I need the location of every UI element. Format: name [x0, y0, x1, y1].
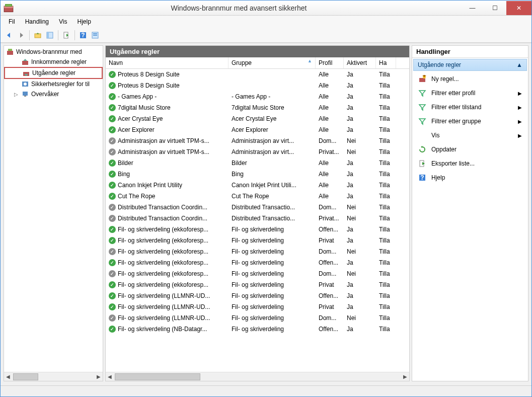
folder-up-button[interactable] — [32, 30, 43, 41]
properties-button[interactable] — [90, 30, 101, 41]
rule-name: Acer Crystal Eye — [118, 115, 163, 122]
table-row[interactable]: Fil- og skriverdeling (ekkoforesp...Fil-… — [106, 257, 409, 268]
table-row[interactable]: 7digital Music Store7digital Music Store… — [106, 102, 409, 113]
table-row[interactable]: Acer ExplorerAcer ExplorerAlleJaTilla — [106, 124, 409, 135]
rule-group: Distributed Transactio... — [229, 203, 316, 212]
table-row[interactable]: Fil- og skriverdeling (ekkoforesp...Fil-… — [106, 235, 409, 246]
table-row[interactable]: Administrasjon av virtuelt TPM-s...Admin… — [106, 135, 409, 146]
scroll-right-button[interactable]: ▶ — [95, 373, 103, 381]
menu-hjelp[interactable]: Hjelp — [73, 17, 95, 26]
table-row[interactable]: Distributed Transaction Coordin...Distri… — [106, 202, 409, 213]
rule-group — [229, 73, 316, 75]
action-item[interactable]: ?Hjelp — [412, 171, 528, 185]
window-title: Windows-brannmur med avansert sikkerhet — [17, 4, 461, 12]
col-action[interactable]: Ha — [376, 57, 396, 68]
rule-action: Tilla — [376, 103, 396, 112]
action-item[interactable]: Oppdater — [412, 142, 528, 156]
col-active[interactable]: Aktivert — [344, 57, 376, 68]
status-icon — [109, 326, 116, 333]
tree-label: Innkommende regler — [31, 58, 87, 65]
menu-vis[interactable]: Vis — [55, 17, 71, 26]
col-group[interactable]: Gruppe▲ — [229, 57, 316, 68]
tree-root[interactable]: Windows-brannmur med — [4, 47, 103, 57]
table-row[interactable]: Fil- og skriverdeling (ekkoforesp...Fil-… — [106, 246, 409, 257]
rule-name: Bilder — [118, 160, 133, 167]
table-row[interactable]: Fil- og skriverdeling (LLMNR-UD...Fil- o… — [106, 312, 409, 324]
table-row[interactable]: Cut The RopeCut The RopeAlleJaTilla — [106, 191, 409, 202]
rule-active: Ja — [344, 192, 376, 201]
status-icon — [109, 204, 116, 211]
table-row[interactable]: BilderBilderAlleJaTilla — [106, 157, 409, 169]
chevron-right-icon: ▶ — [518, 91, 522, 96]
table-row[interactable]: Fil- og skriverdeling (ekkoforesp...Fil-… — [106, 279, 409, 290]
rule-profile: Dom... — [316, 247, 344, 256]
rule-profile: Alle — [316, 170, 344, 179]
rule-active: Nei — [344, 247, 376, 256]
tree-hscroll[interactable]: ◀ ▶ — [4, 372, 103, 381]
tree-item[interactable]: Utgående regler — [4, 67, 103, 79]
rule-action: Tilla — [376, 291, 396, 300]
sort-asc-icon: ▲ — [308, 58, 312, 63]
rule-active: Ja — [344, 325, 376, 334]
tree-icon — [22, 69, 30, 77]
close-button[interactable]: ✕ — [506, 1, 531, 15]
show-hide-tree-button[interactable] — [44, 30, 55, 41]
scroll-left-button[interactable]: ◀ — [106, 373, 114, 381]
actions-section[interactable]: Utgående regler ▲ — [413, 59, 527, 71]
rule-name: 7digital Music Store — [118, 104, 171, 111]
menu-fil[interactable]: Fil — [5, 17, 19, 26]
forward-button[interactable] — [16, 30, 27, 41]
svg-point-16 — [24, 83, 27, 86]
table-row[interactable]: Administrasjon av virtuelt TPM-s...Admin… — [106, 146, 409, 157]
rule-name: Proteus 8 Design Suite — [118, 71, 180, 78]
table-row[interactable]: Acer Crystal EyeAcer Crystal EyeAlleJaTi… — [106, 113, 409, 124]
rule-profile: Alle — [316, 125, 344, 134]
scroll-right-button[interactable]: ▶ — [401, 373, 409, 381]
main-hscroll[interactable]: ◀ ▶ — [106, 372, 409, 381]
rule-active: Ja — [344, 236, 376, 245]
table-row[interactable]: BingBingAlleJaTilla — [106, 169, 409, 180]
action-label: Eksporter liste... — [431, 160, 475, 167]
minimize-button[interactable]: — — [461, 1, 484, 15]
expander-icon[interactable]: ▷ — [14, 92, 19, 97]
maximize-button[interactable]: ☐ — [484, 1, 506, 15]
new-rule-icon: ✦ — [418, 75, 426, 83]
table-row[interactable]: - Games App -- Games App -AlleJaTilla — [106, 91, 409, 102]
col-name[interactable]: Navn — [106, 57, 229, 68]
table-row[interactable]: Fil- og skriverdeling (LLMNR-UD...Fil- o… — [106, 290, 409, 301]
status-icon — [109, 314, 116, 322]
refresh-icon — [418, 145, 426, 153]
rule-name: Cut The Rope — [118, 193, 156, 200]
action-item[interactable]: Filtrer etter tilstand▶ — [412, 100, 528, 114]
tree-item[interactable]: Innkommende regler — [4, 57, 103, 67]
tree-item[interactable]: Sikkerhetsregler for til — [4, 79, 103, 89]
rule-active: Ja — [344, 170, 376, 179]
back-button[interactable] — [4, 30, 15, 41]
scroll-left-button[interactable]: ◀ — [4, 373, 12, 381]
table-row[interactable]: Distributed Transaction Coordin...Distri… — [106, 213, 409, 224]
tree-item[interactable]: ▷Overvåker — [4, 89, 103, 99]
col-profile[interactable]: Profil — [316, 57, 344, 68]
rule-profile: Dom... — [316, 203, 344, 212]
help-button[interactable]: ? — [78, 30, 89, 41]
table-row[interactable]: Fil- og skriverdeling (LLMNR-UD...Fil- o… — [106, 301, 409, 312]
rule-group — [229, 85, 316, 87]
action-item[interactable]: Filtrer etter profil▶ — [412, 86, 528, 100]
table-row[interactable]: Fil- og skriverdeling (NB-Datagr...Fil- … — [106, 324, 409, 335]
table-row[interactable]: Proteus 8 Design SuiteAlleJaTilla — [106, 69, 409, 80]
actions-header: Handlinger — [412, 46, 528, 58]
export-button[interactable] — [61, 30, 72, 41]
action-item[interactable]: Vis▶ — [412, 128, 528, 142]
rule-profile: Alle — [316, 192, 344, 201]
tree-pane: Windows-brannmur med Innkommende reglerU… — [4, 45, 103, 381]
table-row[interactable]: Fil- og skriverdeling (ekkoforesp...Fil-… — [106, 268, 409, 279]
rule-name: Administrasjon av virtuelt TPM-s... — [118, 148, 209, 155]
action-item[interactable]: Filtrer etter gruppe▶ — [412, 114, 528, 128]
rule-action: Tilla — [376, 247, 396, 256]
action-item[interactable]: Eksporter liste... — [412, 156, 528, 171]
table-row[interactable]: Proteus 8 Design SuiteAlleJaTilla — [106, 80, 409, 91]
table-row[interactable]: Fil- og skriverdeling (ekkoforesp...Fil-… — [106, 224, 409, 235]
menu-handling[interactable]: Handling — [21, 17, 53, 26]
table-row[interactable]: Canon Inkjet Print UtilityCanon Inkjet P… — [106, 180, 409, 191]
action-item[interactable]: ✦Ny regel... — [412, 72, 528, 86]
